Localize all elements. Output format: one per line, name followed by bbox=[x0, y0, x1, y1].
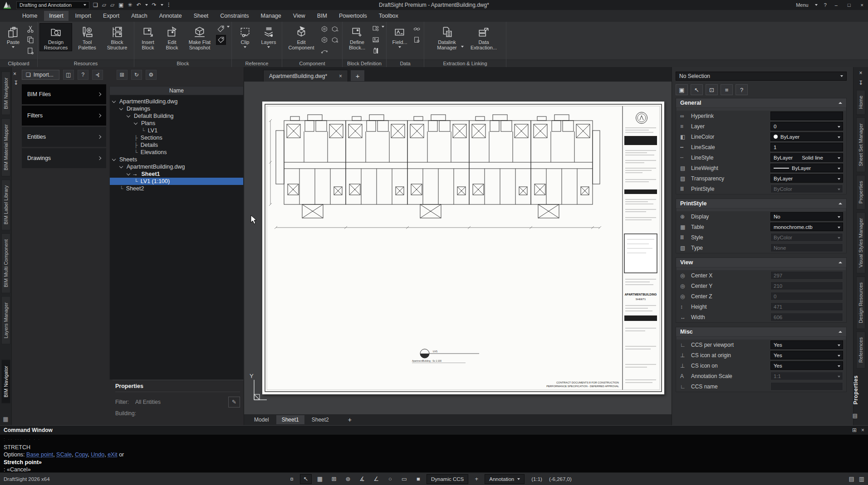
printer-status-icon[interactable]: ▤ bbox=[848, 475, 854, 482]
workspace-selector[interactable]: Drafting and Annotation bbox=[16, 1, 89, 9]
quick-select-icon[interactable]: ≡ bbox=[721, 84, 733, 95]
chevron-down-icon[interactable] bbox=[127, 172, 130, 175]
help-icon[interactable]: ? bbox=[736, 84, 748, 95]
datalink-dropdown-icon[interactable] bbox=[461, 46, 464, 48]
layers-button[interactable]: Layers bbox=[257, 23, 280, 49]
block-image-icon[interactable] bbox=[371, 35, 381, 45]
linestyle-dropdown[interactable]: ByLayerSolid line bbox=[770, 153, 843, 162]
command-window-header[interactable]: Command Window ⊞ × bbox=[0, 426, 868, 435]
entity-track-icon[interactable]: ∠ bbox=[370, 474, 382, 484]
option-exit[interactable]: eXit bbox=[108, 451, 118, 458]
clip-dropdown-icon[interactable] bbox=[244, 46, 246, 48]
block-structure-button[interactable]: Block Structure bbox=[102, 23, 132, 51]
tab-bim-label-library[interactable]: BIM Label Library bbox=[1, 179, 10, 230]
layers-dropdown-icon[interactable] bbox=[267, 46, 270, 48]
field-dropdown-icon[interactable] bbox=[398, 46, 401, 48]
tool-palettes-button[interactable]: Tool Palettes bbox=[73, 23, 101, 51]
panel-close-icon[interactable]: × bbox=[13, 71, 16, 77]
option-base-point[interactable]: Base point bbox=[26, 451, 53, 458]
menu-annotate[interactable]: Annotate bbox=[154, 11, 187, 21]
block-definition-dropdown-icon[interactable] bbox=[382, 26, 384, 28]
menu-constraints[interactable]: Constraints bbox=[215, 11, 254, 21]
cut-icon[interactable] bbox=[25, 24, 35, 34]
properties-edge-tab[interactable]: Properties bbox=[853, 375, 859, 404]
paper-sheet[interactable]: LV1 ApartmentBuilding - Sc 1:100 CONTRAC… bbox=[262, 102, 664, 394]
tree-item[interactable]: Drawings bbox=[110, 105, 243, 112]
menu-home[interactable]: Home bbox=[17, 11, 42, 21]
copy-icon[interactable] bbox=[25, 35, 35, 45]
pointer-mode-icon[interactable]: ↖ bbox=[300, 474, 312, 484]
design-resources-button[interactable]: Design Resources bbox=[39, 23, 72, 51]
panel-pin-icon[interactable]: ↧ bbox=[858, 80, 863, 87]
close-tab-icon[interactable]: × bbox=[339, 73, 342, 79]
menu-button[interactable]: Menu bbox=[796, 2, 809, 8]
customize-qat-icon[interactable]: ᎒ bbox=[167, 2, 170, 8]
menu-powertools[interactable]: Powertools bbox=[334, 11, 372, 21]
maximize-button[interactable]: □ bbox=[846, 2, 853, 8]
tab-sheet1[interactable]: Sheet1 bbox=[276, 415, 304, 424]
section-header[interactable]: PrintStyle bbox=[676, 199, 846, 208]
grid-toggle-icon[interactable]: ▦ bbox=[314, 474, 326, 484]
cube-delete-icon[interactable] bbox=[330, 35, 340, 45]
tree-item[interactable]: Sheets bbox=[110, 156, 243, 163]
field-button[interactable]: Field... bbox=[388, 23, 411, 49]
tree-item-sheet1[interactable]: →Sheet1 bbox=[110, 170, 243, 178]
tab-bim-multi-component[interactable]: BIM Multi Component bbox=[1, 233, 10, 293]
snap-toggle-icon[interactable]: ⊞ bbox=[328, 474, 340, 484]
add-scale-button[interactable]: + bbox=[471, 474, 482, 484]
collapse-icon[interactable] bbox=[839, 331, 842, 333]
tag-icon[interactable] bbox=[216, 24, 226, 34]
ortho-icon[interactable]: ▭ bbox=[398, 474, 410, 484]
chevron-down-icon[interactable] bbox=[112, 157, 116, 161]
section-filters[interactable]: Filters bbox=[22, 106, 106, 126]
filter-value[interactable]: All Entities bbox=[135, 399, 161, 405]
clip-button[interactable]: Clip bbox=[234, 23, 256, 49]
tab-model[interactable]: Model bbox=[249, 415, 275, 424]
open-file-icon[interactable]: ▱ bbox=[102, 2, 106, 8]
layer-dropdown[interactable]: 0 bbox=[770, 122, 843, 131]
tree-item[interactable]: ApartmentBuilding.dwg bbox=[110, 163, 243, 170]
section-bim-files[interactable]: BIM Files bbox=[22, 84, 106, 104]
paste-special-icon[interactable] bbox=[25, 46, 35, 56]
new-document-tab-button[interactable]: + bbox=[351, 70, 364, 81]
undo-icon[interactable]: ↶ bbox=[137, 2, 141, 8]
save-icon[interactable]: ▣ bbox=[118, 2, 123, 8]
display-status-icon[interactable]: ▥ bbox=[859, 475, 864, 482]
section-entities[interactable]: Entities bbox=[22, 127, 106, 147]
edit-component-button[interactable]: Edit Component bbox=[284, 23, 319, 51]
collapse-icon[interactable] bbox=[839, 262, 842, 263]
tag-filled-icon[interactable] bbox=[216, 35, 226, 45]
menu-dropdown-icon[interactable] bbox=[815, 4, 818, 6]
open-recent-icon[interactable]: ▱ bbox=[110, 2, 114, 8]
page-link-icon[interactable] bbox=[412, 35, 422, 45]
link-icon[interactable] bbox=[412, 24, 422, 34]
tree-header-name[interactable]: Name bbox=[109, 86, 244, 95]
minimize-button[interactable]: – bbox=[833, 2, 839, 8]
tab-sheet2[interactable]: Sheet2 bbox=[306, 415, 334, 424]
cs-icon-origin-dropdown[interactable]: Yes bbox=[770, 351, 843, 359]
tab-visual-styles-manager[interactable]: Visual Styles Manager bbox=[856, 212, 865, 273]
chevron-down-icon[interactable] bbox=[119, 165, 123, 168]
sync-icon[interactable]: ⊞ bbox=[117, 70, 128, 80]
tree-item-selected[interactable]: └LV1 (1:100) bbox=[110, 178, 243, 185]
block-battery-icon[interactable] bbox=[371, 46, 381, 56]
linecolor-dropdown[interactable]: ByLayer bbox=[770, 132, 843, 141]
section-header[interactable]: View bbox=[676, 258, 846, 267]
tab-references[interactable]: References bbox=[856, 331, 865, 369]
transparency-dropdown[interactable]: ByLayer bbox=[770, 174, 843, 183]
chevron-down-icon[interactable] bbox=[127, 114, 130, 117]
tree-item[interactable]: Default Building bbox=[110, 112, 243, 120]
menu-manage[interactable]: Manage bbox=[256, 11, 286, 21]
hyperlink-field[interactable] bbox=[770, 112, 843, 120]
tab-properties[interactable]: Properties bbox=[856, 175, 865, 209]
undo-dropdown-icon[interactable] bbox=[145, 4, 148, 6]
tab-bim-navigator-active[interactable]: BIM Navigator bbox=[1, 360, 10, 403]
ccs-per-viewport-dropdown[interactable]: Yes bbox=[770, 340, 843, 349]
tree-item[interactable]: ├Sections bbox=[110, 134, 243, 141]
box-select-icon[interactable]: ⊡ bbox=[706, 84, 718, 95]
tree-item[interactable]: ├Details bbox=[110, 141, 243, 149]
option-undo[interactable]: Undo bbox=[91, 451, 104, 458]
paste-dropdown-icon[interactable] bbox=[12, 46, 15, 48]
selection-dropdown[interactable]: No Selection bbox=[676, 72, 847, 81]
section-drawings[interactable]: Drawings bbox=[22, 148, 106, 168]
